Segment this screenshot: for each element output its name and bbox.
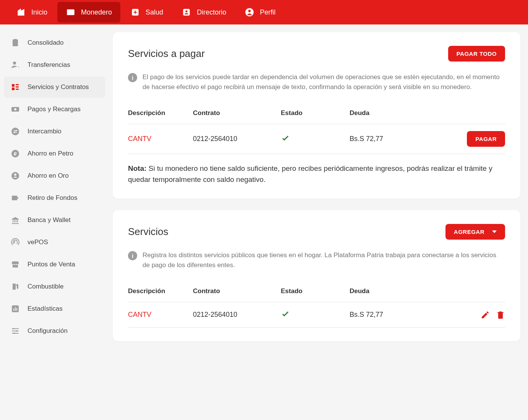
top-nav: Inicio Monedero Salud Directorio Perfil bbox=[0, 0, 528, 24]
nav-salud[interactable]: Salud bbox=[122, 2, 172, 23]
services-icon bbox=[10, 82, 21, 92]
nav-inicio[interactable]: Inicio bbox=[8, 2, 56, 23]
sidebar-label: Intercambio bbox=[28, 128, 62, 135]
svg-point-13 bbox=[11, 128, 19, 135]
svg-rect-9 bbox=[16, 86, 19, 88]
sidebar-label: Ahorro en Petro bbox=[28, 150, 73, 157]
sidebar-label: Combustible bbox=[28, 283, 64, 290]
sidebar-item-vepos[interactable]: vePOS bbox=[4, 232, 105, 253]
card-title: Servicios a pagar bbox=[128, 48, 205, 60]
sidebar: Consolidado Transferencias Servicios y C… bbox=[0, 24, 109, 360]
contract-value: 0212-2564010 bbox=[193, 135, 281, 143]
sidebar-label: Banca y Wallet bbox=[28, 216, 71, 224]
svg-rect-20 bbox=[15, 307, 16, 311]
card-servicios: Servicios AGREGAR i Registra los distint… bbox=[113, 210, 520, 341]
note-label: Nota: bbox=[128, 164, 147, 172]
chevron-down-icon bbox=[492, 230, 497, 233]
info-icon: i bbox=[128, 73, 137, 82]
sidebar-item-combustible[interactable]: Combustible bbox=[4, 276, 105, 297]
col-header-desc: Descripción bbox=[128, 287, 193, 295]
wallet-icon bbox=[66, 7, 76, 17]
health-icon bbox=[130, 7, 140, 17]
svg-point-23 bbox=[16, 330, 18, 332]
nav-label: Monedero bbox=[81, 8, 112, 16]
gold-icon bbox=[10, 170, 21, 181]
check-icon bbox=[281, 312, 290, 320]
service-link[interactable]: CANTV bbox=[128, 311, 193, 319]
info-icon: i bbox=[128, 251, 137, 260]
sidebar-item-intercambio[interactable]: Intercambio bbox=[4, 121, 105, 142]
col-header-debt: Deuda bbox=[350, 109, 407, 117]
nav-monedero[interactable]: Monedero bbox=[57, 2, 120, 23]
svg-point-24 bbox=[14, 332, 15, 334]
profile-icon bbox=[245, 7, 254, 17]
withdraw-icon bbox=[10, 193, 21, 203]
card-title: Servicios bbox=[128, 226, 168, 238]
delete-button[interactable] bbox=[496, 310, 505, 319]
card-servicios-pagar: Servicios a pagar PAGAR TODO i El pago d… bbox=[113, 32, 520, 199]
payments-icon bbox=[10, 104, 21, 115]
svg-rect-8 bbox=[16, 84, 19, 85]
fingerprint-icon bbox=[10, 237, 21, 248]
bank-icon bbox=[10, 215, 21, 225]
nav-label: Inicio bbox=[31, 8, 47, 16]
exchange-icon bbox=[10, 126, 21, 137]
nav-label: Salud bbox=[146, 8, 163, 16]
sidebar-label: Configuración bbox=[28, 327, 68, 335]
nav-directorio[interactable]: Directorio bbox=[173, 2, 235, 23]
col-header-contract: Contrato bbox=[193, 109, 281, 117]
edit-button[interactable] bbox=[481, 310, 490, 319]
svg-point-2 bbox=[185, 10, 187, 12]
sidebar-label: Servicios y Contratos bbox=[28, 83, 89, 91]
sidebar-label: Pagos y Recargas bbox=[28, 105, 81, 113]
info-text: El pago de los servicios puede tardar en… bbox=[143, 72, 505, 92]
stats-icon bbox=[10, 303, 21, 314]
col-header-desc: Descripción bbox=[128, 109, 193, 117]
sidebar-label: Retiro de Fondos bbox=[28, 194, 77, 202]
svg-point-4 bbox=[248, 10, 251, 13]
sidebar-item-consolidado[interactable]: Consolidado bbox=[4, 32, 105, 54]
services-pay-table: Descripción Contrato Estado Deuda CANTV … bbox=[128, 102, 505, 154]
sidebar-item-estadisticas[interactable]: Estadísticas bbox=[4, 298, 105, 319]
sidebar-item-petro[interactable]: ₽ Ahorro en Petro bbox=[4, 143, 105, 164]
note-text: Si tu monedero no tiene saldo suficiente… bbox=[128, 164, 492, 183]
main-content: Servicios a pagar PAGAR TODO i El pago d… bbox=[109, 24, 528, 360]
svg-text:₽: ₽ bbox=[14, 151, 17, 157]
sidebar-label: Transferencias bbox=[28, 61, 70, 69]
svg-rect-6 bbox=[12, 84, 15, 87]
fuel-icon bbox=[10, 281, 21, 292]
contract-value: 0212-2564010 bbox=[193, 311, 281, 319]
directory-icon bbox=[181, 7, 191, 17]
sidebar-item-banca[interactable]: Banca y Wallet bbox=[4, 209, 105, 231]
service-link[interactable]: CANTV bbox=[128, 135, 193, 143]
sidebar-item-servicios[interactable]: Servicios y Contratos bbox=[4, 76, 105, 98]
table-header: Descripción Contrato Estado Deuda bbox=[128, 281, 505, 302]
sidebar-label: Consolidado bbox=[28, 39, 64, 47]
sidebar-label: vePOS bbox=[28, 238, 48, 246]
note: Nota: Si tu monedero no tiene saldo sufi… bbox=[128, 163, 505, 185]
sidebar-item-puntos[interactable]: Puntos de Venta bbox=[4, 254, 105, 275]
info-text: Registra los distintos servicios público… bbox=[143, 250, 505, 270]
svg-point-17 bbox=[14, 174, 16, 176]
nav-perfil[interactable]: Perfil bbox=[236, 2, 284, 23]
add-button-label: AGREGAR bbox=[454, 229, 484, 235]
sidebar-item-transferencias[interactable]: Transferencias bbox=[4, 54, 105, 76]
sidebar-item-pagos[interactable]: Pagos y Recargas bbox=[4, 99, 105, 120]
sidebar-item-oro[interactable]: Ahorro en Oro bbox=[4, 165, 105, 186]
table-row: CANTV 0212-2564010 Bs.S 72,77 bbox=[128, 302, 505, 328]
sidebar-label: Estadísticas bbox=[28, 305, 63, 313]
petro-icon: ₽ bbox=[10, 148, 21, 159]
svg-point-12 bbox=[14, 108, 16, 110]
col-header-debt: Deuda bbox=[350, 287, 407, 295]
col-header-contract: Contrato bbox=[193, 287, 281, 295]
svg-rect-7 bbox=[12, 88, 15, 90]
svg-rect-19 bbox=[13, 309, 14, 311]
table-header: Descripción Contrato Estado Deuda bbox=[128, 102, 505, 124]
pay-all-button[interactable]: PAGAR TODO bbox=[448, 46, 505, 62]
add-button[interactable]: AGREGAR bbox=[445, 224, 505, 240]
store-icon bbox=[10, 259, 21, 270]
debt-value: Bs.S 72,77 bbox=[350, 135, 407, 143]
sidebar-item-config[interactable]: Configuración bbox=[4, 320, 105, 342]
pay-button[interactable]: PAGAR bbox=[467, 131, 505, 147]
sidebar-item-retiro[interactable]: Retiro de Fondos bbox=[4, 187, 105, 209]
